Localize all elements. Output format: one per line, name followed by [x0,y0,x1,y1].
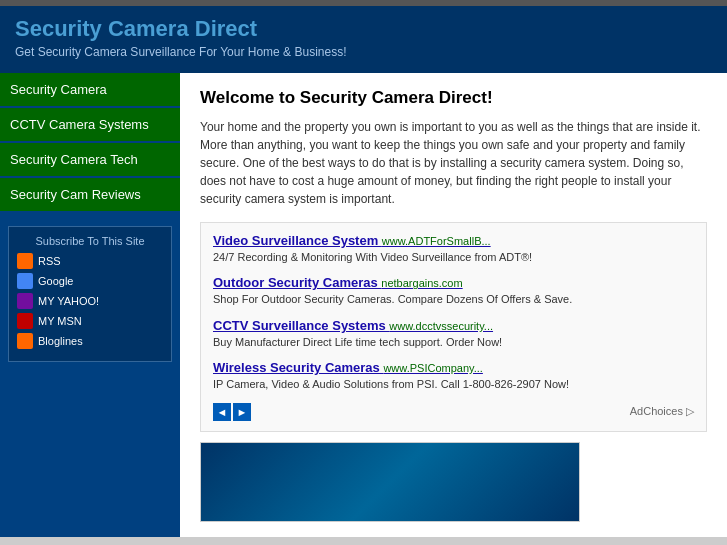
image-placeholder [200,442,580,522]
ad-prev-button[interactable]: ◄ [213,403,231,421]
ad-domain-3: www.PSICompany... [383,362,482,374]
subscribe-link-google[interactable]: Google [17,273,163,289]
subscribe-label-rss: RSS [38,255,61,267]
ad-link-1[interactable]: Outdoor Security Cameras netbargains.com [213,275,463,290]
ad-desc-3: IP Camera, Video & Audio Solutions from … [213,377,694,392]
ad-domain-1: netbargains.com [381,277,462,289]
ad-link-3[interactable]: Wireless Security Cameras www.PSICompany… [213,360,483,375]
site-title: Security Camera Direct [15,16,712,42]
subscribe-link-yahoo[interactable]: MY YAHOO! [17,293,163,309]
subscribe-link-bloglines[interactable]: Bloglines [17,333,163,349]
sidebar: Security CameraCCTV Camera SystemsSecuri… [0,73,180,537]
ad-link-0[interactable]: Video Surveillance System www.ADTForSmal… [213,233,491,248]
content-area: Welcome to Security Camera Direct! Your … [180,73,727,537]
ad-desc-2: Buy Manufacturer Direct Life time tech s… [213,335,694,350]
sidebar-nav-item-security-camera[interactable]: Security Camera [0,73,180,106]
content-heading: Welcome to Security Camera Direct! [200,88,707,108]
ad-next-button[interactable]: ► [233,403,251,421]
google-icon [17,273,33,289]
ad-item-3: Wireless Security Cameras www.PSICompany… [213,360,694,392]
ad-navigation: ◄ ► AdChoices ▷ [213,403,694,421]
subscribe-label-bloglines: Bloglines [38,335,83,347]
subscribe-link-msn[interactable]: MY MSN [17,313,163,329]
yahoo-icon [17,293,33,309]
site-subtitle: Get Security Camera Surveillance For You… [15,45,712,59]
header: Security Camera Direct Get Security Came… [0,6,727,73]
ad-domain-0: www.ADTForSmallB... [382,235,491,247]
ad-link-2[interactable]: CCTV Surveillance Systems www.dcctvssecu… [213,318,493,333]
subscribe-box: Subscribe To This Site RSSGoogleMY YAHOO… [8,226,172,362]
bloglines-icon [17,333,33,349]
ad-desc-1: Shop For Outdoor Security Cameras. Compa… [213,292,694,307]
subscribe-link-rss[interactable]: RSS [17,253,163,269]
ad-domain-2: www.dcctvssecurity... [389,320,493,332]
ad-desc-0: 24/7 Recording & Monitoring With Video S… [213,250,694,265]
subscribe-title: Subscribe To This Site [17,235,163,247]
subscribe-label-msn: MY MSN [38,315,82,327]
subscribe-label-yahoo: MY YAHOO! [38,295,99,307]
content-intro: Your home and the property you own is im… [200,118,707,208]
rss-icon [17,253,33,269]
sidebar-nav-item-security-camera-tech[interactable]: Security Camera Tech [0,143,180,176]
ad-item-2: CCTV Surveillance Systems www.dcctvssecu… [213,318,694,350]
ads-section: Video Surveillance System www.ADTForSmal… [200,222,707,432]
ad-choices-label: AdChoices ▷ [630,405,694,418]
sidebar-nav-item-cctv-camera-systems[interactable]: CCTV Camera Systems [0,108,180,141]
msn-icon [17,313,33,329]
subscribe-label-google: Google [38,275,73,287]
ad-item-1: Outdoor Security Cameras netbargains.com… [213,275,694,307]
sidebar-nav-item-security-cam-reviews[interactable]: Security Cam Reviews [0,178,180,211]
ad-item-0: Video Surveillance System www.ADTForSmal… [213,233,694,265]
